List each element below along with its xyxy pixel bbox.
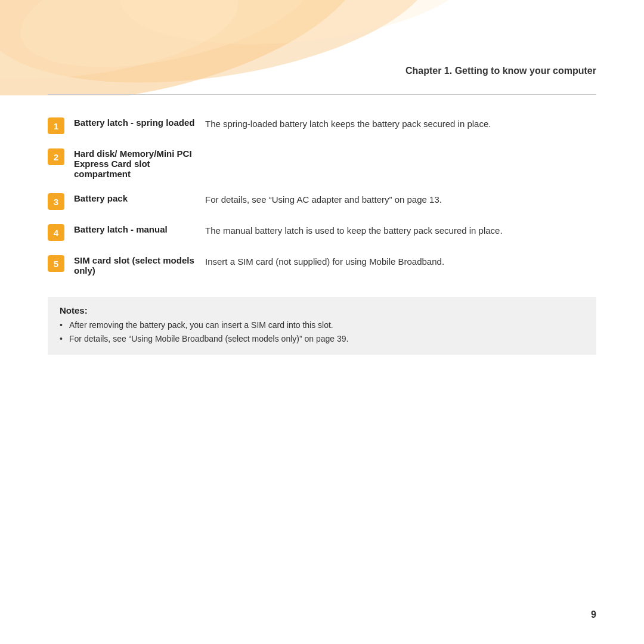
notes-title: Notes: xyxy=(60,305,584,315)
list-item: For details, see “Using Mobile Broadband… xyxy=(60,333,584,345)
item-name: Battery pack xyxy=(74,188,205,215)
item-name: Hard disk/ Memory/Mini PCI Express Card … xyxy=(74,144,205,184)
item-badge: 3 xyxy=(48,193,64,210)
item-description xyxy=(205,144,596,184)
item-badge: 4 xyxy=(48,224,64,241)
item-description: The manual battery latch is used to keep… xyxy=(205,219,596,246)
items-table: 1Battery latch - spring loadedThe spring… xyxy=(48,113,596,285)
spacer-row xyxy=(48,215,596,219)
item-name: Battery latch - spring loaded xyxy=(74,113,205,139)
badge-cell: 1 xyxy=(48,113,74,139)
spacer-row xyxy=(48,280,596,285)
chapter-title: Chapter 1. Getting to know your computer xyxy=(48,0,596,95)
table-row: 3Battery packFor details, see “Using AC … xyxy=(48,188,596,215)
spacer-row xyxy=(48,139,596,144)
list-item: After removing the battery pack, you can… xyxy=(60,319,584,332)
table-row: 1Battery latch - spring loadedThe spring… xyxy=(48,113,596,139)
page-content: Chapter 1. Getting to know your computer… xyxy=(0,0,644,355)
badge-cell: 3 xyxy=(48,188,74,215)
badge-cell: 5 xyxy=(48,250,74,280)
table-row: 2Hard disk/ Memory/Mini PCI Express Card… xyxy=(48,144,596,184)
notes-list: After removing the battery pack, you can… xyxy=(60,319,584,345)
item-name: Battery latch - manual xyxy=(74,219,205,246)
item-description: Insert a SIM card (not supplied) for usi… xyxy=(205,250,596,280)
item-badge: 1 xyxy=(48,117,64,134)
item-description: The spring-loaded battery latch keeps th… xyxy=(205,113,596,139)
page-number: 9 xyxy=(591,609,596,620)
spacer-row xyxy=(48,246,596,250)
item-badge: 2 xyxy=(48,148,64,165)
item-name: SIM card slot (select models only) xyxy=(74,250,205,280)
item-badge: 5 xyxy=(48,255,64,272)
notes-box: Notes: After removing the battery pack, … xyxy=(48,297,596,355)
badge-cell: 4 xyxy=(48,219,74,246)
table-row: 4Battery latch - manualThe manual batter… xyxy=(48,219,596,246)
table-row: 5SIM card slot (select models only)Inser… xyxy=(48,250,596,280)
spacer-row xyxy=(48,184,596,188)
item-description: For details, see “Using AC adapter and b… xyxy=(205,188,596,215)
badge-cell: 2 xyxy=(48,144,74,184)
